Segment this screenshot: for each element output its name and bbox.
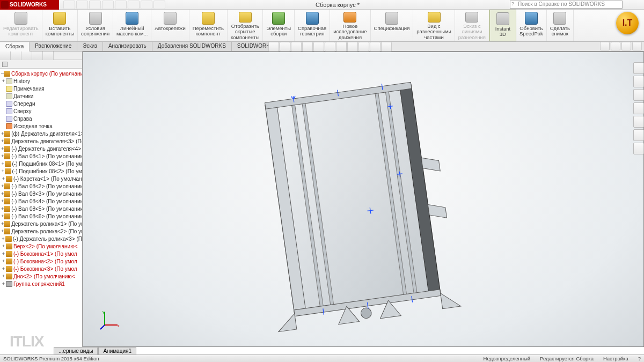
ribbon-btn-7[interactable]: Элементы сборки [263, 10, 295, 41]
status-custom[interactable]: Настройка [603, 356, 628, 361]
qa-rebuild-icon[interactable] [141, 1, 152, 9]
tab-Эскиз[interactable]: Эскиз [77, 42, 103, 51]
qa-new-icon[interactable] [63, 1, 75, 9]
tree-item[interactable]: +History [1, 77, 82, 85]
tree-item[interactable]: +(-) Держатель двигателя<4> ( [1, 145, 82, 152]
win-restore-icon[interactable] [611, 42, 620, 50]
qa-options-icon[interactable] [153, 1, 165, 9]
expand-icon[interactable]: + [1, 258, 6, 264]
tp-explorer-icon[interactable] [633, 89, 644, 101]
zoom-fit-icon[interactable] [268, 42, 279, 51]
tree-item[interactable]: +(-) Боковина<2> (По умол [1, 257, 82, 265]
tree-filter[interactable] [0, 60, 82, 69]
ribbon-btn-0[interactable]: Редактировать компонент [0, 10, 42, 41]
help-search-input[interactable]: Поиск в Справке по SOLIDWORKS [510, 1, 623, 9]
tree-item[interactable]: +(-) Подшибник 08<2> (По ум [1, 167, 82, 175]
display-style-icon[interactable] [325, 42, 335, 51]
scene-icon[interactable] [358, 42, 369, 51]
tab-Добавления SOLIDWORKS[interactable]: Добавления SOLIDWORKS [152, 42, 232, 51]
tp-view-icon[interactable] [633, 102, 644, 114]
prev-view-icon[interactable] [291, 42, 302, 51]
tree-item[interactable]: +(-) Вал 08<4> (По умолчаник [1, 197, 82, 205]
qa-select-icon[interactable] [128, 1, 140, 9]
ribbon-btn-10[interactable]: Спецификация [371, 10, 414, 41]
ribbon-btn-1[interactable]: Вставить компоненты [42, 10, 78, 41]
tree-item[interactable]: +Держатель двигателя<3> (По [1, 137, 82, 145]
tree-item[interactable]: +Группа сопряжений1 [1, 280, 82, 287]
ribbon-btn-6[interactable]: Отобразить скрытые компоненты [228, 10, 263, 41]
ribbon-btn-4[interactable]: Автокрепежи [151, 10, 189, 41]
ribbon-btn-3[interactable]: Линейный массив ком... [113, 10, 151, 41]
win-close-icon[interactable] [632, 42, 642, 50]
qa-print-icon[interactable] [102, 1, 114, 9]
tree-item[interactable]: +Держатель ролика<2> (По ум [1, 227, 82, 235]
tree-item[interactable]: +(-) Подшибник 08<1> (По ум [1, 160, 82, 167]
tree-item[interactable]: +(-) Вал 08<2> (По умолчаник [1, 182, 82, 190]
tree-item[interactable]: +(-) Вал 08<6> (По умолчаник [1, 212, 82, 220]
qa-save-icon[interactable] [89, 1, 101, 9]
expand-icon[interactable]: + [1, 161, 5, 166]
expand-icon[interactable]: + [1, 236, 5, 241]
ribbon-btn-11[interactable]: Вид с разнесенными частями [413, 10, 455, 41]
expand-icon[interactable]: + [1, 274, 6, 279]
fm-tree-tab-icon[interactable] [0, 51, 11, 60]
tab-Расположение[interactable]: Расположение [30, 42, 77, 51]
expand-icon[interactable]: + [1, 78, 6, 84]
ribbon-btn-8[interactable]: Справочная геометрия [295, 10, 330, 41]
tree-item[interactable]: +(-) Держатель ролика<3> (П [1, 235, 82, 242]
section-view-icon[interactable] [302, 42, 313, 51]
status-help-icon[interactable]: ? [638, 356, 641, 361]
expand-icon[interactable]: + [1, 176, 6, 181]
tree-item[interactable]: Примечания [1, 85, 82, 92]
tp-resources-icon[interactable] [633, 62, 644, 74]
expand-icon[interactable]: + [1, 251, 6, 256]
tree-item[interactable]: +Дно<2> (По умолчанию< [1, 272, 82, 280]
qa-open-icon[interactable] [76, 1, 88, 9]
expand-icon[interactable]: + [1, 266, 6, 271]
tree-item[interactable]: Датчики [1, 92, 82, 100]
tree-item[interactable]: Справа [1, 115, 82, 122]
win-max-icon[interactable] [621, 42, 631, 50]
ribbon-btn-15[interactable]: Сделать снимок [547, 10, 574, 41]
tp-forum-icon[interactable] [633, 143, 644, 154]
zoom-area-icon[interactable] [280, 42, 290, 51]
tree-item[interactable]: +(-) Вал 08<1> (По умолчаник [1, 152, 82, 160]
hide-show-icon[interactable] [336, 42, 347, 51]
tp-library-icon[interactable] [633, 76, 644, 87]
tree-item[interactable]: Сверху [1, 107, 82, 115]
config-tab-icon[interactable] [21, 51, 32, 60]
ribbon-btn-14[interactable]: Обновить SpeedPak [516, 10, 547, 41]
expand-icon[interactable]: + [1, 243, 6, 249]
expand-icon[interactable]: + [1, 281, 6, 286]
view-settings-icon[interactable] [370, 42, 380, 51]
ribbon-btn-13[interactable]: Instant 3D [489, 10, 516, 41]
tp-appearance-icon[interactable] [633, 116, 644, 128]
tree-item[interactable]: –Сборка корпус (По умолчани [1, 70, 82, 77]
tree-item[interactable]: +(ф) Держатель двигателя<1> [1, 130, 82, 137]
ribbon-btn-5[interactable]: Переместить компонент [189, 10, 228, 41]
ribbon-btn-2[interactable]: Условия сопряжения [78, 10, 113, 41]
tree-item[interactable]: +(-) Вал 08<3> (По умолчаник [1, 190, 82, 197]
display-tab-icon[interactable] [43, 51, 54, 60]
win-min-icon[interactable] [600, 42, 610, 50]
expand-icon[interactable]: + [1, 168, 5, 174]
tree-item[interactable]: Спереди [1, 100, 82, 107]
tree-item[interactable]: +Верх<2> (По умолчанию< [1, 242, 82, 250]
tp-properties-icon[interactable] [633, 129, 644, 141]
ribbon-btn-9[interactable]: Новое исследование движения [330, 10, 370, 41]
tree-item[interactable]: +(-) Вал 08<5> (По умолчаник [1, 205, 82, 212]
tree-item[interactable]: +(-) Боковина<1> (По умол [1, 250, 82, 257]
dimx-tab-icon[interactable] [32, 51, 43, 60]
appearance-icon[interactable] [347, 42, 358, 51]
property-tab-icon[interactable] [11, 51, 21, 60]
tree-item[interactable]: +(-) Каретка<1> (По умолчан [1, 175, 82, 182]
graphics-viewport[interactable]: x y [83, 51, 644, 347]
tree-item[interactable]: +(-) Боковина<3> (По умол [1, 265, 82, 272]
tree-item[interactable]: +Держатель ролика<1> (По ум [1, 220, 82, 227]
tab-Анализировать[interactable]: Анализировать [103, 42, 152, 51]
view-orient-icon[interactable] [313, 42, 324, 51]
tab-Сборка[interactable]: Сборка [0, 42, 30, 51]
render-icon[interactable] [381, 42, 392, 51]
ribbon-btn-12[interactable]: Эскиз с линиями разнесения [455, 10, 489, 41]
qa-undo-icon[interactable] [115, 1, 127, 9]
